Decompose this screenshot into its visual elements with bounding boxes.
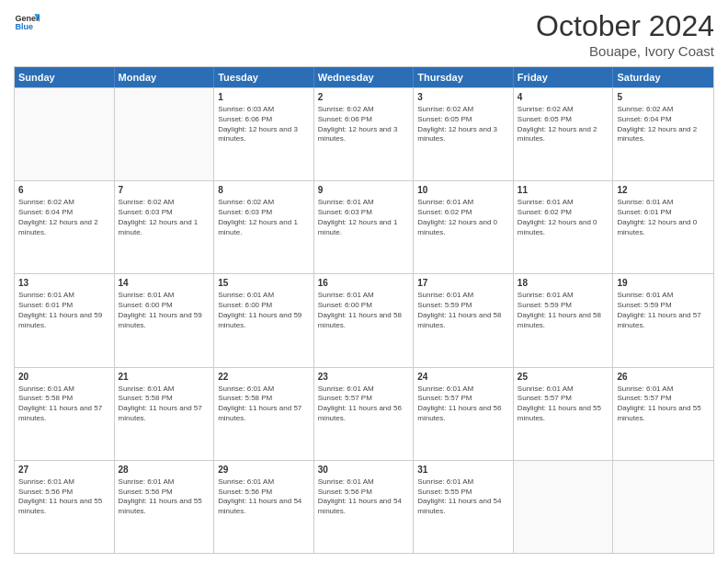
cell-info: Sunrise: 6:01 AMSunset: 5:59 PMDaylight:… bbox=[617, 291, 710, 330]
cell-info: Sunrise: 6:02 AMSunset: 6:04 PMDaylight:… bbox=[18, 198, 110, 237]
calendar-body: 1Sunrise: 6:03 AMSunset: 6:06 PMDaylight… bbox=[15, 87, 713, 553]
day-number: 27 bbox=[18, 464, 110, 476]
day-number: 6 bbox=[18, 184, 110, 196]
day-cell-2: 2Sunrise: 6:02 AMSunset: 6:06 PMDaylight… bbox=[314, 88, 415, 180]
calendar-page: General Blue October 2024 Bouape, Ivory … bbox=[0, 0, 728, 563]
day-cell-25: 25Sunrise: 6:01 AMSunset: 5:57 PMDayligh… bbox=[514, 368, 614, 460]
day-cell-6: 6Sunrise: 6:02 AMSunset: 6:04 PMDaylight… bbox=[15, 181, 115, 273]
header-day-friday: Friday bbox=[514, 67, 614, 87]
day-number: 5 bbox=[617, 91, 710, 103]
day-cell-21: 21Sunrise: 6:01 AMSunset: 5:58 PMDayligh… bbox=[115, 368, 215, 460]
day-number: 19 bbox=[617, 277, 710, 289]
cell-info: Sunrise: 6:01 AMSunset: 5:56 PMDaylight:… bbox=[119, 477, 210, 517]
day-cell-15: 15Sunrise: 6:01 AMSunset: 6:00 PMDayligh… bbox=[214, 274, 314, 366]
cell-info: Sunrise: 6:01 AMSunset: 6:00 PMDaylight:… bbox=[119, 291, 210, 330]
empty-cell bbox=[15, 88, 115, 180]
calendar: SundayMondayTuesdayWednesdayThursdayFrid… bbox=[14, 66, 714, 554]
calendar-row-4: 27Sunrise: 6:01 AMSunset: 5:56 PMDayligh… bbox=[15, 460, 713, 553]
cell-info: Sunrise: 6:01 AMSunset: 6:02 PMDaylight:… bbox=[518, 198, 609, 237]
day-number: 17 bbox=[417, 277, 509, 289]
cell-info: Sunrise: 6:02 AMSunset: 6:03 PMDaylight:… bbox=[218, 198, 310, 237]
cell-info: Sunrise: 6:01 AMSunset: 6:00 PMDaylight:… bbox=[318, 291, 410, 330]
header-day-saturday: Saturday bbox=[613, 67, 713, 87]
cell-info: Sunrise: 6:01 AMSunset: 6:01 PMDaylight:… bbox=[18, 291, 110, 330]
header: General Blue October 2024 Bouape, Ivory … bbox=[14, 9, 714, 59]
calendar-header: SundayMondayTuesdayWednesdayThursdayFrid… bbox=[15, 67, 713, 87]
day-cell-12: 12Sunrise: 6:01 AMSunset: 6:01 PMDayligh… bbox=[613, 181, 713, 273]
logo: General Blue bbox=[14, 9, 40, 35]
header-day-wednesday: Wednesday bbox=[314, 67, 415, 87]
day-number: 4 bbox=[518, 91, 609, 103]
cell-info: Sunrise: 6:01 AMSunset: 5:59 PMDaylight:… bbox=[518, 291, 609, 330]
calendar-row-3: 20Sunrise: 6:01 AMSunset: 5:58 PMDayligh… bbox=[15, 367, 713, 460]
day-cell-3: 3Sunrise: 6:02 AMSunset: 6:05 PMDaylight… bbox=[414, 88, 514, 180]
day-number: 21 bbox=[119, 371, 210, 383]
cell-info: Sunrise: 6:01 AMSunset: 5:58 PMDaylight:… bbox=[18, 385, 110, 424]
day-cell-26: 26Sunrise: 6:01 AMSunset: 5:57 PMDayligh… bbox=[613, 368, 713, 460]
calendar-row-1: 6Sunrise: 6:02 AMSunset: 6:04 PMDaylight… bbox=[15, 180, 713, 273]
day-number: 31 bbox=[417, 464, 509, 476]
day-number: 3 bbox=[417, 91, 509, 103]
cell-info: Sunrise: 6:01 AMSunset: 6:03 PMDaylight:… bbox=[318, 198, 410, 237]
empty-cell bbox=[514, 461, 614, 553]
day-number: 15 bbox=[218, 277, 310, 289]
cell-info: Sunrise: 6:01 AMSunset: 5:56 PMDaylight:… bbox=[18, 477, 110, 517]
day-number: 20 bbox=[18, 371, 110, 383]
calendar-row-2: 13Sunrise: 6:01 AMSunset: 6:01 PMDayligh… bbox=[15, 273, 713, 366]
cell-info: Sunrise: 6:02 AMSunset: 6:03 PMDaylight:… bbox=[119, 198, 210, 237]
day-cell-13: 13Sunrise: 6:01 AMSunset: 6:01 PMDayligh… bbox=[15, 274, 115, 366]
cell-info: Sunrise: 6:01 AMSunset: 5:58 PMDaylight:… bbox=[218, 385, 310, 424]
day-number: 16 bbox=[318, 277, 410, 289]
header-day-tuesday: Tuesday bbox=[214, 67, 314, 87]
day-cell-4: 4Sunrise: 6:02 AMSunset: 6:05 PMDaylight… bbox=[514, 88, 614, 180]
cell-info: Sunrise: 6:01 AMSunset: 5:58 PMDaylight:… bbox=[119, 385, 210, 424]
day-cell-29: 29Sunrise: 6:01 AMSunset: 5:56 PMDayligh… bbox=[214, 461, 314, 553]
empty-cell bbox=[115, 88, 215, 180]
cell-info: Sunrise: 6:03 AMSunset: 6:06 PMDaylight:… bbox=[218, 105, 310, 144]
day-cell-1: 1Sunrise: 6:03 AMSunset: 6:06 PMDaylight… bbox=[214, 88, 314, 180]
cell-info: Sunrise: 6:01 AMSunset: 5:57 PMDaylight:… bbox=[518, 385, 609, 424]
cell-info: Sunrise: 6:01 AMSunset: 6:01 PMDaylight:… bbox=[617, 198, 710, 237]
cell-info: Sunrise: 6:01 AMSunset: 5:57 PMDaylight:… bbox=[417, 385, 509, 424]
day-cell-22: 22Sunrise: 6:01 AMSunset: 5:58 PMDayligh… bbox=[214, 368, 314, 460]
cell-info: Sunrise: 6:01 AMSunset: 5:55 PMDaylight:… bbox=[417, 477, 509, 517]
day-cell-9: 9Sunrise: 6:01 AMSunset: 6:03 PMDaylight… bbox=[314, 181, 415, 273]
day-number: 29 bbox=[218, 464, 310, 476]
day-number: 26 bbox=[617, 371, 710, 383]
day-cell-10: 10Sunrise: 6:01 AMSunset: 6:02 PMDayligh… bbox=[414, 181, 514, 273]
cell-info: Sunrise: 6:01 AMSunset: 5:57 PMDaylight:… bbox=[318, 385, 410, 424]
day-number: 28 bbox=[119, 464, 210, 476]
day-number: 22 bbox=[218, 371, 310, 383]
day-number: 12 bbox=[617, 184, 710, 196]
day-cell-27: 27Sunrise: 6:01 AMSunset: 5:56 PMDayligh… bbox=[15, 461, 115, 553]
cell-info: Sunrise: 6:02 AMSunset: 6:06 PMDaylight:… bbox=[318, 105, 410, 144]
day-number: 10 bbox=[417, 184, 509, 196]
day-number: 30 bbox=[318, 464, 410, 476]
day-number: 8 bbox=[218, 184, 310, 196]
day-cell-30: 30Sunrise: 6:01 AMSunset: 5:56 PMDayligh… bbox=[314, 461, 415, 553]
day-cell-18: 18Sunrise: 6:01 AMSunset: 5:59 PMDayligh… bbox=[514, 274, 614, 366]
day-cell-7: 7Sunrise: 6:02 AMSunset: 6:03 PMDaylight… bbox=[115, 181, 215, 273]
cell-info: Sunrise: 6:01 AMSunset: 5:57 PMDaylight:… bbox=[617, 385, 710, 424]
day-cell-24: 24Sunrise: 6:01 AMSunset: 5:57 PMDayligh… bbox=[414, 368, 514, 460]
cell-info: Sunrise: 6:01 AMSunset: 6:00 PMDaylight:… bbox=[218, 291, 310, 330]
day-cell-23: 23Sunrise: 6:01 AMSunset: 5:57 PMDayligh… bbox=[314, 368, 415, 460]
day-number: 2 bbox=[318, 91, 410, 103]
day-number: 13 bbox=[18, 277, 110, 289]
day-number: 25 bbox=[518, 371, 609, 383]
day-cell-28: 28Sunrise: 6:01 AMSunset: 5:56 PMDayligh… bbox=[115, 461, 215, 553]
day-cell-19: 19Sunrise: 6:01 AMSunset: 5:59 PMDayligh… bbox=[613, 274, 713, 366]
day-number: 9 bbox=[318, 184, 410, 196]
day-cell-11: 11Sunrise: 6:01 AMSunset: 6:02 PMDayligh… bbox=[514, 181, 614, 273]
day-number: 24 bbox=[417, 371, 509, 383]
day-number: 7 bbox=[119, 184, 210, 196]
cell-info: Sunrise: 6:01 AMSunset: 5:56 PMDaylight:… bbox=[318, 477, 410, 517]
empty-cell bbox=[613, 461, 713, 553]
cell-info: Sunrise: 6:02 AMSunset: 6:05 PMDaylight:… bbox=[518, 105, 609, 144]
day-number: 1 bbox=[218, 91, 310, 103]
svg-text:Blue: Blue bbox=[15, 22, 33, 31]
header-day-sunday: Sunday bbox=[15, 67, 115, 87]
cell-info: Sunrise: 6:01 AMSunset: 6:02 PMDaylight:… bbox=[417, 198, 509, 237]
day-cell-17: 17Sunrise: 6:01 AMSunset: 5:59 PMDayligh… bbox=[414, 274, 514, 366]
day-cell-14: 14Sunrise: 6:01 AMSunset: 6:00 PMDayligh… bbox=[115, 274, 215, 366]
